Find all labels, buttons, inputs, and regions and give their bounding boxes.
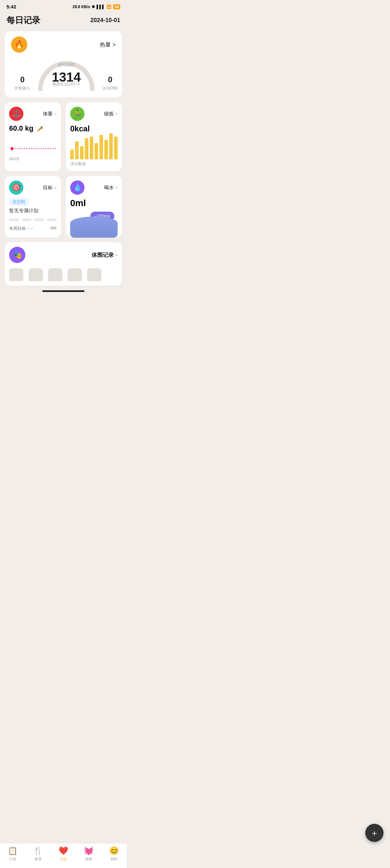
calorie-link[interactable]: 热量 > [100, 41, 116, 49]
bluetooth-icon: ✱ [92, 5, 95, 9]
goal-bar-1 [9, 218, 19, 221]
water-title-row: 喝水 > [104, 185, 118, 191]
exercise-bar [114, 136, 118, 159]
exercise-card-header: 🏃 锻炼 > [70, 106, 118, 121]
body-chevron: > [115, 253, 118, 257]
partial-icon-2 [29, 268, 43, 281]
goal-chevron: > [54, 185, 57, 190]
goal-bar-4 [47, 218, 57, 221]
exercise-title: 锻炼 [104, 111, 114, 117]
exercise-label: 运动消耗 [99, 86, 122, 91]
intake-label: 饮食摄入 [11, 86, 34, 91]
gauge-label: 还可以吃 [58, 62, 75, 68]
exercise-title-row: 锻炼 > [104, 111, 118, 117]
weight-chart [9, 136, 57, 155]
header-date: 2024-10-01 [90, 17, 120, 24]
exercise-icon: 🏃 [70, 106, 85, 121]
exercise-bar [80, 146, 84, 159]
exercise-bar [109, 133, 113, 159]
exercise-card[interactable]: 🏃 锻炼 > 0kcal 演示数据 [66, 102, 122, 171]
body-card-header: 🎭 体围记录 > [9, 247, 118, 263]
page-title: 每日记录 [6, 14, 40, 26]
calorie-card-top: 🔥 热量 > [11, 36, 116, 53]
goal-card[interactable]: 🎯 目标 > 去定制 暂无专属计划 本周目标：-- 0% [5, 176, 61, 238]
goal-icon: 🎯 [9, 180, 23, 195]
exercise-bar [85, 138, 88, 159]
body-title: 体围记录 [92, 251, 114, 259]
water-visual: +200ml [70, 212, 118, 238]
exercise-bar-chart [70, 136, 118, 159]
water-card[interactable]: 💧 喝水 > 0ml +200ml [66, 176, 122, 238]
exercise-bar [75, 142, 79, 159]
home-indicator [42, 290, 85, 292]
goal-bar-3 [34, 218, 44, 221]
water-amount: 0ml [70, 198, 118, 208]
partial-icon-4 [68, 268, 82, 281]
water-chevron: > [115, 185, 118, 190]
goal-no-plan: 暂无专属计划 [9, 208, 57, 214]
goal-bar-placeholders [9, 218, 57, 221]
exercise-value: 0 [99, 75, 122, 84]
weight-exercise-row: ⚖️ 体重 > 60.0 kg 🥕 09/29 🏃 [0, 102, 127, 171]
weight-date: 09/29 [9, 157, 57, 161]
water-icon: 💧 [70, 180, 85, 195]
calorie-card: 🔥 热量 > 0 饮食摄入 还可以吃 1314 推荐吃1314千卡 0 运动消耗 [5, 31, 122, 97]
exercise-bar [99, 135, 103, 159]
body-icon: 🎭 [9, 247, 25, 263]
weight-title-row: 体重 > [43, 111, 57, 117]
fire-icon: 🔥 [11, 36, 27, 53]
demo-label: 演示数据 [70, 161, 118, 167]
body-card[interactable]: 🎭 体围记录 > [5, 242, 122, 286]
goal-title: 目标 [43, 185, 53, 191]
goal-card-header: 🎯 目标 > [9, 180, 57, 195]
carrot-icon: 🥕 [37, 126, 43, 132]
weight-card[interactable]: ⚖️ 体重 > 60.0 kg 🥕 09/29 [5, 102, 61, 171]
calorie-body: 0 饮食摄入 还可以吃 1314 推荐吃1314千卡 0 运动消耗 [11, 55, 116, 91]
goal-bar-2 [22, 218, 32, 221]
goal-water-row: 🎯 目标 > 去定制 暂无专属计划 本周目标：-- 0% 💧 喝水 [0, 176, 127, 238]
weight-title: 体重 [43, 111, 53, 117]
wifi-icon: 📶 [107, 5, 111, 9]
weight-value: 60.0 kg 🥕 [9, 124, 57, 133]
week-goal-label: 本周目标：-- [9, 226, 33, 231]
water-title: 喝水 [104, 185, 114, 191]
weight-icon: ⚖️ [9, 106, 23, 121]
partial-icon-5 [87, 268, 101, 281]
water-wave [70, 217, 118, 238]
partial-icon-3 [48, 268, 62, 281]
calorie-exercise: 0 运动消耗 [99, 75, 122, 91]
calorie-gauge[interactable]: 还可以吃 1314 推荐吃1314千卡 [34, 55, 99, 91]
weight-chart-svg [9, 136, 57, 155]
status-icons: 29.6 KB/s ✱ ▌▌▌ 📶 54 [72, 4, 120, 9]
status-bar: 5:42 29.6 KB/s ✱ ▌▌▌ 📶 54 [0, 0, 127, 11]
goal-footer: 本周目标：-- 0% [9, 226, 57, 231]
calorie-intake: 0 饮食摄入 [11, 75, 34, 91]
partial-icon-1 [9, 268, 23, 281]
exercise-bar [90, 136, 93, 159]
goal-badge[interactable]: 去定制 [9, 198, 28, 206]
body-title-row: 体围记录 > [92, 251, 118, 259]
weight-card-header: ⚖️ 体重 > [9, 106, 57, 121]
body-partial-icons [9, 268, 118, 281]
exercise-bar [70, 150, 74, 159]
exercise-bar [95, 143, 98, 159]
goal-title-row: 目标 > [43, 185, 57, 191]
weight-chevron: > [54, 112, 57, 116]
status-time: 5:42 [6, 4, 16, 9]
water-card-header: 💧 喝水 > [70, 180, 118, 195]
svg-point-2 [11, 147, 14, 150]
exercise-chevron: > [115, 112, 118, 116]
data-speed: 29.6 KB/s [72, 5, 90, 9]
signal-icon: ▌▌▌ [97, 5, 105, 9]
gauge-subtitle: 推荐吃1314千卡 [52, 82, 80, 87]
battery-indicator: 54 [113, 4, 120, 9]
page-header: 每日记录 2024-10-01 [0, 11, 127, 31]
goal-progress: 0% [51, 226, 57, 231]
intake-value: 0 [11, 75, 34, 84]
exercise-bar [104, 140, 108, 159]
exercise-value: 0kcal [70, 124, 118, 133]
